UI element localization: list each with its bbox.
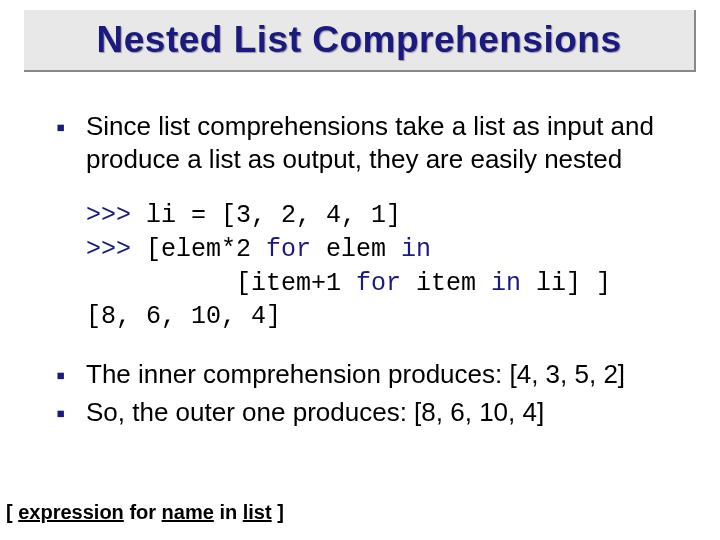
keyword-in: in <box>491 269 521 298</box>
syntax-list: list <box>243 501 272 523</box>
code-text: [elem*2 <box>146 235 266 264</box>
bullet-text: So, the outer one produces: [8, 6, 10, 4… <box>86 396 684 429</box>
syntax-for: for <box>124 501 162 523</box>
code-text: li] ] <box>521 269 611 298</box>
keyword-for: for <box>356 269 401 298</box>
code-block: >>> li = [3, 2, 4, 1] >>> [elem*2 for el… <box>86 199 684 334</box>
prompt-text: >>> <box>86 235 146 264</box>
keyword-for: for <box>266 235 311 264</box>
bullet-icon: ▪ <box>56 358 86 392</box>
prompt-text: >>> <box>86 201 146 230</box>
slide-title: Nested List Comprehensions <box>97 19 622 61</box>
title-box: Nested List Comprehensions <box>24 10 696 72</box>
bullet-icon: ▪ <box>56 396 86 430</box>
bullet-item: ▪ The inner comprehension produces: [4, … <box>56 358 684 392</box>
syntax-name: name <box>162 501 214 523</box>
bullet-text: The inner comprehension produces: [4, 3,… <box>86 358 684 391</box>
content-area: ▪ Since list comprehensions take a list … <box>56 110 684 433</box>
bullet-icon: ▪ <box>56 110 86 144</box>
output-text: [8, 6, 10, 4] <box>86 302 281 331</box>
code-text: [item+1 <box>86 269 356 298</box>
code-text: item <box>401 269 491 298</box>
bracket-close: ] <box>272 501 284 523</box>
footer-syntax: [ expression for name in list ] <box>6 501 284 524</box>
bullet-item: ▪ Since list comprehensions take a list … <box>56 110 684 175</box>
bullet-text: Since list comprehensions take a list as… <box>86 110 684 175</box>
keyword-in: in <box>401 235 431 264</box>
code-text: elem <box>311 235 401 264</box>
syntax-in: in <box>214 501 243 523</box>
lower-bullets: ▪ The inner comprehension produces: [4, … <box>56 358 684 429</box>
syntax-expression: expression <box>18 501 124 523</box>
bullet-item: ▪ So, the outer one produces: [8, 6, 10,… <box>56 396 684 430</box>
bracket-open: [ <box>6 501 18 523</box>
code-text: li = [3, 2, 4, 1] <box>146 201 401 230</box>
slide: Nested List Comprehensions ▪ Since list … <box>0 0 720 540</box>
